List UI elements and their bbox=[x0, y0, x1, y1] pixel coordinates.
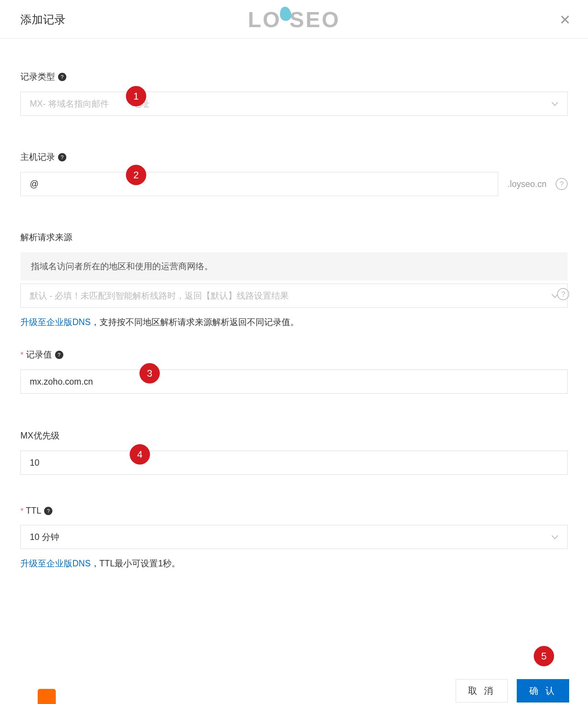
ttl-hint: 升级至企业版DNS，TTL最小可设置1秒。 bbox=[20, 556, 568, 571]
source-label: 解析请求来源 bbox=[20, 232, 72, 243]
field-record-type: 1 记录类型 ? MX- 将域名指向邮件 地址 bbox=[20, 71, 568, 116]
field-source: 解析请求来源 指域名访问者所在的地区和使用的运营商网络。 ? 默认 - 必填！未… bbox=[20, 232, 568, 330]
ttl-value: 10 分钟 bbox=[30, 531, 59, 543]
source-info-text: 指域名访问者所在的地区和使用的运营商网络。 bbox=[31, 261, 213, 272]
close-icon[interactable]: ✕ bbox=[559, 13, 571, 27]
record-value-label: 记录值 bbox=[26, 349, 52, 360]
help-icon[interactable]: ? bbox=[58, 73, 66, 81]
annotation-marker-1: 1 bbox=[126, 86, 146, 106]
brand-icon bbox=[38, 689, 56, 704]
host-input[interactable] bbox=[20, 172, 498, 196]
logo-text-left: LO bbox=[248, 6, 281, 32]
field-ttl: * TTL ? 10 分钟 升级至企业版DNS，TTL最小可设置1秒。 bbox=[20, 506, 568, 571]
ttl-select[interactable]: 10 分钟 bbox=[20, 525, 568, 549]
source-placeholder: 默认 - 必填！未匹配到智能解析线路时，返回【默认】线路设置结果 bbox=[30, 290, 289, 302]
chevron-down-icon bbox=[551, 532, 558, 542]
record-type-label: 记录类型 bbox=[20, 71, 55, 83]
host-label: 主机记录 bbox=[20, 151, 55, 163]
cancel-button[interactable]: 取 消 bbox=[456, 679, 508, 702]
upgrade-dns-link[interactable]: 升级至企业版DNS bbox=[20, 317, 91, 327]
annotation-marker-5: 5 bbox=[534, 646, 554, 666]
help-circle-icon[interactable]: ? bbox=[556, 178, 568, 190]
source-hint-rest: ，支持按不同地区解析请求来源解析返回不同记录值。 bbox=[91, 317, 299, 327]
chevron-down-icon bbox=[551, 99, 558, 109]
ttl-label: TTL bbox=[26, 506, 41, 516]
annotation-marker-4: 4 bbox=[130, 444, 150, 465]
footer-brand bbox=[38, 689, 56, 704]
record-type-select[interactable]: MX- 将域名指向邮件 地址 bbox=[20, 92, 568, 116]
mx-priority-field[interactable] bbox=[30, 458, 558, 468]
page-title: 添加记录 bbox=[20, 12, 66, 28]
help-icon[interactable]: ? bbox=[58, 153, 66, 161]
source-info-box: 指域名访问者所在的地区和使用的运营商网络。 ? bbox=[20, 252, 568, 281]
domain-suffix: .loyseo.cn bbox=[507, 179, 547, 189]
ttl-hint-rest: ，TTL最小可设置1秒。 bbox=[91, 558, 181, 568]
annotation-marker-3: 3 bbox=[139, 363, 160, 383]
source-hint: 升级至企业版DNS，支持按不同地区解析请求来源解析返回不同记录值。 bbox=[20, 314, 568, 330]
required-asterisk: * bbox=[20, 506, 24, 516]
field-host: 2 主机记录 ? .loyseo.cn ? bbox=[20, 151, 568, 196]
help-icon[interactable]: ? bbox=[55, 351, 63, 359]
dialog-footer: 取 消 确 认 bbox=[456, 679, 569, 702]
select-placeholder-a: MX- 将域名指向邮件 bbox=[30, 99, 109, 109]
field-mx-priority: 4 MX优先级 bbox=[20, 430, 568, 475]
field-record-value: 3 * 记录值 ? bbox=[20, 349, 568, 394]
form: 1 记录类型 ? MX- 将域名指向邮件 地址 2 主机记录 ? bbox=[20, 38, 568, 572]
source-select[interactable]: 默认 - 必填！未匹配到智能解析线路时，返回【默认】线路设置结果 bbox=[20, 284, 568, 308]
help-circle-icon[interactable]: ? bbox=[557, 288, 569, 300]
upgrade-dns-link-2[interactable]: 升级至企业版DNS bbox=[20, 558, 91, 568]
dialog-header: 添加记录 LO SEO ✕ bbox=[0, 0, 588, 38]
watermark-logo: LO SEO bbox=[248, 6, 340, 32]
mx-priority-input[interactable] bbox=[20, 451, 568, 475]
host-input-field[interactable] bbox=[30, 179, 489, 189]
annotation-marker-2: 2 bbox=[126, 165, 146, 185]
record-value-input[interactable] bbox=[20, 370, 568, 394]
logo-text-right: SEO bbox=[289, 6, 340, 32]
mx-priority-label: MX优先级 bbox=[20, 430, 60, 442]
record-value-field[interactable] bbox=[30, 377, 558, 387]
required-asterisk: * bbox=[20, 350, 24, 360]
help-icon[interactable]: ? bbox=[44, 507, 52, 515]
confirm-button[interactable]: 确 认 bbox=[517, 679, 569, 702]
